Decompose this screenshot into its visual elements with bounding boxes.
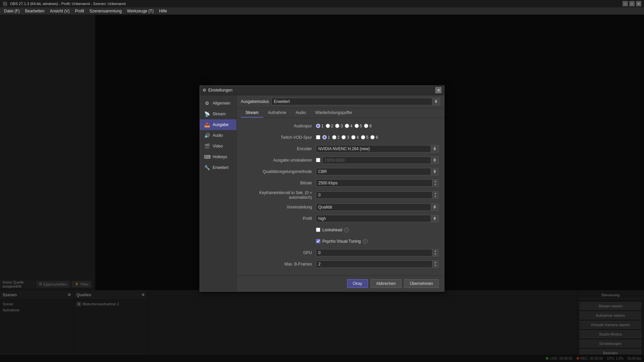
ausgabe-icon: 📤 xyxy=(204,122,210,127)
erweitert-icon: 🔧 xyxy=(204,165,210,170)
psycho-visual-checkbox-row: Psycho Visual Tuning ? xyxy=(316,239,368,244)
psycho-visual-label: Psycho Visual Tuning xyxy=(322,239,361,244)
qualitaet-row: Qualitätsregelungsmethode CBR xyxy=(242,168,439,176)
profil-controls: high xyxy=(316,215,439,222)
twitch-vod-radio-3[interactable]: 3 xyxy=(341,135,349,140)
twitch-vod-radio-6[interactable]: 6 xyxy=(370,135,378,140)
audiospur-controls: 1 2 3 4 5 6 xyxy=(316,124,439,128)
keyframe-down-button[interactable]: ▼ xyxy=(432,195,438,198)
audio-icon: 🔊 xyxy=(204,133,210,138)
tab-wiederholungspuffer[interactable]: Wiederholungspuffer xyxy=(311,108,357,118)
titlebar-icon: ⬛ xyxy=(3,2,7,6)
bitrate-controls: ▲ ▼ xyxy=(316,179,439,187)
max-bframes-row: Max. B-Frames ▲ ▼ xyxy=(242,260,439,268)
menu-szenensammlung[interactable]: Szenensammlung xyxy=(87,8,124,14)
menu-profil[interactable]: Profil xyxy=(72,8,87,14)
ausgabe-umskalieren-row: Ausgabe umskalieren 644x362 xyxy=(242,156,439,164)
twitch-vod-radio-group: 1 2 3 4 5 6 xyxy=(322,135,378,140)
okay-button[interactable]: Okay xyxy=(347,279,368,288)
audiospur-radio-2[interactable]: 2 xyxy=(326,124,333,128)
tab-audio[interactable]: Audio xyxy=(291,108,311,118)
dialog-close-button[interactable]: ✕ xyxy=(435,87,441,93)
ausgabe-umskalieren-checkbox[interactable] xyxy=(316,158,320,162)
nav-audio[interactable]: 🔊 Audio xyxy=(200,130,236,141)
bitrate-down-button[interactable]: ▼ xyxy=(432,183,438,186)
settings-nav: ⚙ Allgemein 📡 Stream 📤 Ausgabe 🔊 Audio xyxy=(200,95,237,291)
twitch-vod-checkbox[interactable] xyxy=(316,135,320,139)
tab-aufnahme[interactable]: Aufnahme xyxy=(263,108,291,118)
audiospur-label: Audiospur xyxy=(242,124,316,128)
uebernehmen-button[interactable]: Übernehmen xyxy=(404,279,439,288)
voreinstellung-label: Voreinstellung xyxy=(242,205,316,209)
max-bframes-down-button[interactable]: ▼ xyxy=(432,264,438,267)
menu-hilfe[interactable]: Hilfe xyxy=(156,8,170,14)
lookahead-checkbox[interactable] xyxy=(316,228,320,232)
psycho-visual-info-icon[interactable]: ? xyxy=(363,239,368,244)
nav-hotkeys[interactable]: ⌨ Hotkeys xyxy=(200,152,236,162)
audiospur-radio-3[interactable]: 3 xyxy=(335,124,343,128)
max-bframes-spinners: ▲ ▼ xyxy=(432,260,439,268)
menu-datei[interactable]: Datei (F) xyxy=(1,8,22,14)
audiospur-radio-1[interactable]: 1 xyxy=(316,124,324,128)
max-bframes-input[interactable] xyxy=(316,260,439,268)
audiospur-radio-4[interactable]: 4 xyxy=(345,124,353,128)
qualitaet-label: Qualitätsregelungsmethode xyxy=(242,169,316,174)
bitrate-up-button[interactable]: ▲ xyxy=(432,180,438,183)
psycho-visual-checkbox[interactable] xyxy=(316,239,320,243)
audiospur-radio-5[interactable]: 5 xyxy=(355,124,362,128)
keyframe-controls: ▲ ▼ xyxy=(316,191,439,199)
output-mode-select[interactable]: Einfach Erweitert xyxy=(271,98,440,105)
ausgabe-umskalieren-select[interactable]: 644x362 xyxy=(322,157,439,164)
nav-erweitert[interactable]: 🔧 Erweitert xyxy=(200,162,236,173)
voreinstellung-row: Voreinstellung Qualität xyxy=(242,203,439,211)
dialog-title: Einstellungen xyxy=(208,88,232,93)
psycho-visual-controls: Psycho Visual Tuning ? xyxy=(316,239,439,244)
nav-ausgabe[interactable]: 📤 Ausgabe xyxy=(200,119,236,130)
titlebar-title: OBS 27.1.3 (64-bit, windows) - Profil: U… xyxy=(10,2,620,6)
lookahead-label: Lookahead xyxy=(322,228,342,232)
encoder-select-wrap: NVIDIA NVENC H.264 (new) xyxy=(316,145,439,153)
tab-stream[interactable]: Stream xyxy=(241,108,263,118)
video-icon: 🎬 xyxy=(204,143,210,149)
twitch-vod-row: Twitch-VOD-Spur 1 2 3 4 5 6 xyxy=(242,133,439,141)
gpu-up-button[interactable]: ▲ xyxy=(432,249,438,253)
gpu-down-button[interactable]: ▼ xyxy=(432,253,438,256)
bitrate-input[interactable] xyxy=(316,179,439,187)
keyframe-input[interactable] xyxy=(316,191,439,199)
menu-werkzeuge[interactable]: Werkzeuge (T) xyxy=(124,8,156,14)
max-bframes-controls: ▲ ▼ xyxy=(316,260,439,268)
lookahead-row: Lookahead ? xyxy=(242,226,439,234)
audiospur-radio-6[interactable]: 6 xyxy=(364,124,372,128)
nav-stream[interactable]: 📡 Stream xyxy=(200,109,236,119)
twitch-vod-radio-5[interactable]: 5 xyxy=(361,135,369,140)
nav-allgemein[interactable]: ⚙ Allgemein xyxy=(200,98,236,109)
twitch-vod-radio-1[interactable]: 1 xyxy=(322,135,330,140)
twitch-vod-radio-4[interactable]: 4 xyxy=(351,135,359,140)
abbrechen-button[interactable]: Abbrechen xyxy=(371,279,401,288)
menu-bearbeiten[interactable]: Bearbeiten xyxy=(22,8,47,14)
encoder-select[interactable]: NVIDIA NVENC H.264 (new) xyxy=(316,145,439,153)
gpu-label: GPU xyxy=(242,250,316,255)
dialog-titlebar: ⚙ Einstellungen ✕ xyxy=(200,86,444,95)
keyframe-row: Keyframeintervall in Sek. (0 = automatis… xyxy=(242,190,439,200)
bitrate-spinners: ▲ ▼ xyxy=(432,179,439,187)
keyframe-up-button[interactable]: ▲ xyxy=(432,192,438,195)
modal-overlay: ⚙ Einstellungen ✕ ⚙ Allgemein 📡 Stream xyxy=(0,15,644,362)
close-button[interactable]: ✕ xyxy=(636,1,641,6)
audiospur-radio-group: 1 2 3 4 5 6 xyxy=(316,124,372,128)
max-bframes-label: Max. B-Frames xyxy=(242,262,316,266)
max-bframes-up-button[interactable]: ▲ xyxy=(432,261,438,264)
voreinstellung-select[interactable]: Qualität xyxy=(316,203,439,211)
minimize-button[interactable]: ─ xyxy=(623,1,628,6)
twitch-vod-radio-2[interactable]: 2 xyxy=(332,135,340,140)
lookahead-info-icon[interactable]: ? xyxy=(344,228,349,232)
dialog-body: ⚙ Allgemein 📡 Stream 📤 Ausgabe 🔊 Audio xyxy=(200,95,444,291)
menu-ansicht[interactable]: Ansicht (V) xyxy=(47,8,72,14)
profil-select[interactable]: high xyxy=(316,215,439,222)
qualitaet-select[interactable]: CBR xyxy=(316,168,439,175)
gpu-row: GPU ▲ ▼ xyxy=(242,249,439,257)
maximize-button[interactable]: □ xyxy=(629,1,635,6)
keyframe-label: Keyframeintervall in Sek. (0 = automatis… xyxy=(242,190,316,200)
gpu-input[interactable] xyxy=(316,249,439,256)
nav-video[interactable]: 🎬 Video xyxy=(200,141,236,152)
